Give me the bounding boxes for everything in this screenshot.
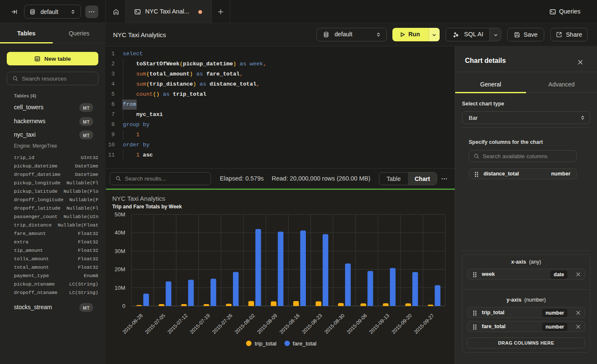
svg-text:fare_total: fare_total: [293, 340, 316, 347]
svg-text:2015-08-23: 2015-08-23: [301, 313, 324, 335]
svg-text:2015-08-09: 2015-08-09: [256, 313, 279, 335]
svg-text:50M: 50M: [115, 211, 125, 218]
svg-text:20M: 20M: [115, 266, 125, 272]
svg-text:2015-09-06: 2015-09-06: [346, 313, 368, 335]
svg-text:2015-07-12: 2015-07-12: [166, 313, 189, 335]
svg-text:2015-09-27: 2015-09-27: [413, 313, 436, 335]
svg-text:10M: 10M: [115, 285, 125, 291]
svg-text:2015-09-20: 2015-09-20: [391, 313, 413, 335]
svg-text:trip_total: trip_total: [254, 340, 276, 347]
svg-text:30M: 30M: [115, 248, 125, 254]
svg-text:2015-06-28: 2015-06-28: [122, 313, 144, 335]
svg-text:40M: 40M: [115, 229, 125, 236]
svg-text:0: 0: [122, 303, 125, 309]
svg-text:2015-07-19: 2015-07-19: [189, 313, 211, 335]
svg-text:2015-08-02: 2015-08-02: [234, 313, 257, 335]
svg-text:2015-07-05: 2015-07-05: [144, 313, 167, 335]
svg-text:2015-09-13: 2015-09-13: [368, 313, 391, 335]
svg-text:2015-08-30: 2015-08-30: [323, 313, 346, 335]
svg-text:2015-08-16: 2015-08-16: [278, 313, 301, 335]
svg-text:2015-07-26: 2015-07-26: [211, 313, 234, 335]
